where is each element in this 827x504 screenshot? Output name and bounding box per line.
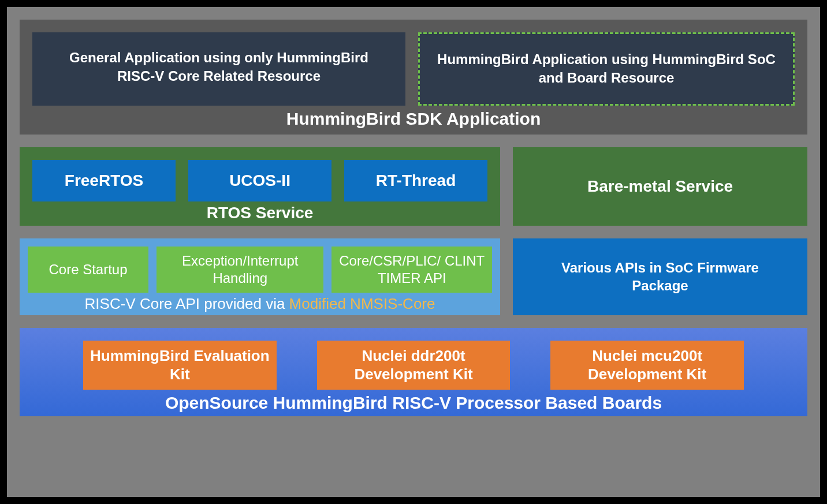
rtos-service-title: RTOS Service — [32, 201, 487, 222]
core-csr-plic-box: Core/CSR/PLIC/ CLINT TIMER API — [331, 247, 492, 293]
sdk-application-title: HummingBird SDK Application — [32, 106, 795, 130]
board-nuclei-mcu200t: Nuclei mcu200t Development Kit — [550, 341, 744, 390]
boards-layer: HummingBird Evaluation Kit Nuclei ddr200… — [20, 328, 807, 416]
exception-handling-box: Exception/Interrupt Handling — [157, 247, 323, 293]
rtos-item-ucosii: UCOS-II — [188, 160, 331, 201]
soc-application-box: HummingBird Application using HummingBir… — [418, 32, 795, 106]
architecture-diagram: General Application using only HummingBi… — [7, 7, 820, 497]
baremetal-service-box: Bare-metal Service — [513, 147, 807, 226]
boards-title: OpenSource HummingBird RISC-V Processor … — [83, 390, 744, 413]
riscv-core-api-box: Core Startup Exception/Interrupt Handlin… — [20, 238, 500, 315]
sdk-application-layer: General Application using only HummingBi… — [20, 20, 807, 135]
rtos-service-box: FreeRTOS UCOS-II RT-Thread RTOS Service — [20, 147, 500, 226]
riscv-core-api-title: RISC-V Core API provided via Modified NM… — [28, 293, 492, 313]
general-application-box: General Application using only HummingBi… — [32, 32, 405, 106]
rtos-item-freertos: FreeRTOS — [32, 160, 176, 201]
api-layer: Core Startup Exception/Interrupt Handlin… — [20, 238, 807, 315]
soc-firmware-api-box: Various APIs in SoC Firmware Package — [513, 238, 807, 315]
core-startup-box: Core Startup — [28, 247, 148, 293]
services-layer: FreeRTOS UCOS-II RT-Thread RTOS Service … — [20, 147, 807, 226]
board-nuclei-ddr200t: Nuclei ddr200t Development Kit — [317, 341, 511, 390]
core-api-title-prefix: RISC-V Core API provided via — [85, 295, 289, 312]
core-api-title-accent: Modified NMSIS-Core — [289, 295, 435, 312]
rtos-item-rtthread: RT-Thread — [344, 160, 487, 201]
board-hummingbird-evk: HummingBird Evaluation Kit — [83, 341, 277, 390]
